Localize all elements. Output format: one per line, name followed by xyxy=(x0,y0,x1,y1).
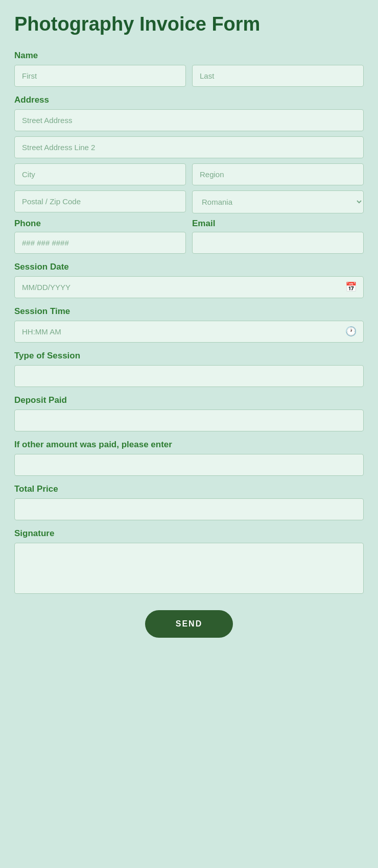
region-group xyxy=(192,163,364,185)
session-time-input[interactable] xyxy=(14,321,364,343)
total-price-section: Total Price xyxy=(14,484,364,520)
street1-field xyxy=(14,109,364,131)
session-time-label: Session Time xyxy=(14,306,364,317)
address-label: Address xyxy=(14,95,364,105)
email-group: Email xyxy=(192,219,364,254)
postal-input[interactable] xyxy=(14,190,186,212)
first-name-group xyxy=(14,65,186,87)
session-date-section: Session Date 📅 xyxy=(14,262,364,298)
session-date-input[interactable] xyxy=(14,276,364,298)
country-group: Romania United States United Kingdom Ger… xyxy=(192,190,364,213)
phone-group: Phone xyxy=(14,219,186,254)
city-region-row xyxy=(14,163,364,185)
name-section: Name xyxy=(14,51,364,87)
address-section: Address Romania United States United Kin… xyxy=(14,95,364,213)
total-price-label: Total Price xyxy=(14,484,364,494)
phone-label: Phone xyxy=(14,219,186,229)
city-input[interactable] xyxy=(14,163,186,185)
deposit-paid-input[interactable] xyxy=(14,409,364,431)
city-group xyxy=(14,163,186,185)
email-label: Email xyxy=(192,219,364,229)
type-of-session-input[interactable] xyxy=(14,365,364,387)
signature-textarea[interactable] xyxy=(14,543,364,594)
phone-input[interactable] xyxy=(14,232,186,254)
postal-group xyxy=(14,190,186,213)
name-label: Name xyxy=(14,51,364,61)
street-address-input[interactable] xyxy=(14,109,364,131)
deposit-paid-label: Deposit Paid xyxy=(14,395,364,405)
type-of-session-section: Type of Session xyxy=(14,351,364,387)
last-name-group xyxy=(192,65,364,87)
other-amount-label: If other amount was paid, please enter xyxy=(14,440,364,450)
other-amount-input[interactable] xyxy=(14,454,364,476)
signature-section: Signature xyxy=(14,528,364,596)
other-amount-section: If other amount was paid, please enter xyxy=(14,440,364,476)
first-name-input[interactable] xyxy=(14,65,186,87)
page-title: Photography Invoice Form xyxy=(14,13,364,36)
region-input[interactable] xyxy=(192,163,364,185)
signature-label: Signature xyxy=(14,528,364,539)
street2-field xyxy=(14,136,364,158)
phone-email-row: Phone Email xyxy=(14,219,364,254)
send-button-wrapper: SEND xyxy=(14,610,364,638)
session-time-wrapper: 🕐 xyxy=(14,321,364,343)
session-time-section: Session Time 🕐 xyxy=(14,306,364,343)
deposit-paid-section: Deposit Paid xyxy=(14,395,364,431)
send-button[interactable]: SEND xyxy=(145,610,233,638)
session-date-wrapper: 📅 xyxy=(14,276,364,298)
type-of-session-label: Type of Session xyxy=(14,351,364,361)
country-select[interactable]: Romania United States United Kingdom Ger… xyxy=(192,190,364,213)
last-name-input[interactable] xyxy=(192,65,364,87)
total-price-input[interactable] xyxy=(14,498,364,520)
postal-country-row: Romania United States United Kingdom Ger… xyxy=(14,190,364,213)
email-input[interactable] xyxy=(192,232,364,254)
street-address-line2-input[interactable] xyxy=(14,136,364,158)
session-date-label: Session Date xyxy=(14,262,364,272)
name-row xyxy=(14,65,364,87)
